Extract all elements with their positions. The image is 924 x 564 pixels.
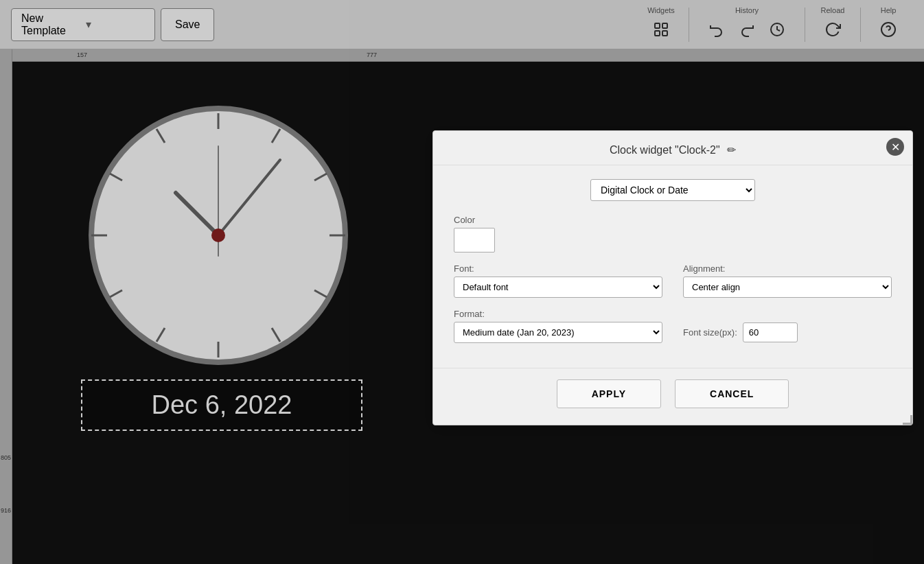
type-select-row: Digital Clock or Date Analog Clock Text [454, 179, 892, 201]
format-fontsize-row: Format: Medium date (Jan 20, 2023) Short… [454, 309, 892, 343]
font-label: Font: [454, 263, 662, 274]
font-alignment-row: Font: Default font Arial Times New Roman… [454, 263, 892, 298]
format-select[interactable]: Medium date (Jan 20, 2023) Short date (0… [454, 322, 662, 343]
clock-type-select[interactable]: Digital Clock or Date Analog Clock Text [590, 179, 755, 201]
edit-icon: ✏ [727, 144, 736, 156]
apply-button[interactable]: APPLY [557, 379, 661, 408]
modal-title: Clock widget "Clock-2" ✏ [610, 143, 736, 156]
font-size-group: Font size(px): [683, 309, 892, 342]
clock-widget-modal: Clock widget "Clock-2" ✏ ✕ Digital Clock… [432, 130, 913, 425]
font-size-label: Font size(px): [683, 327, 737, 338]
format-group: Format: Medium date (Jan 20, 2023) Short… [454, 309, 662, 343]
color-row: Color [454, 215, 892, 252]
cancel-button[interactable]: CANCEL [675, 379, 789, 408]
format-label: Format: [454, 309, 662, 319]
color-label: Color [454, 215, 892, 225]
modal-overlay: Clock widget "Clock-2" ✏ ✕ Digital Clock… [0, 0, 924, 564]
color-group: Color [454, 215, 892, 252]
font-group: Font: Default font Arial Times New Roman [454, 263, 662, 298]
modal-header: Clock widget "Clock-2" ✏ ✕ [433, 131, 912, 165]
alignment-group: Alignment: Center align Left align Right… [683, 263, 892, 298]
font-size-input[interactable] [743, 322, 798, 342]
color-swatch[interactable] [454, 228, 495, 252]
modal-close-button[interactable]: ✕ [886, 138, 904, 156]
modal-resize-handle[interactable] [903, 415, 912, 425]
modal-body: Digital Clock or Date Analog Clock Text … [433, 165, 912, 368]
alignment-label: Alignment: [683, 263, 892, 274]
modal-footer: APPLY CANCEL [433, 368, 912, 419]
alignment-select[interactable]: Center align Left align Right align [683, 277, 892, 298]
close-icon: ✕ [891, 141, 900, 154]
font-select[interactable]: Default font Arial Times New Roman [454, 277, 662, 298]
modal-title-text: Clock widget "Clock-2" [610, 144, 720, 156]
